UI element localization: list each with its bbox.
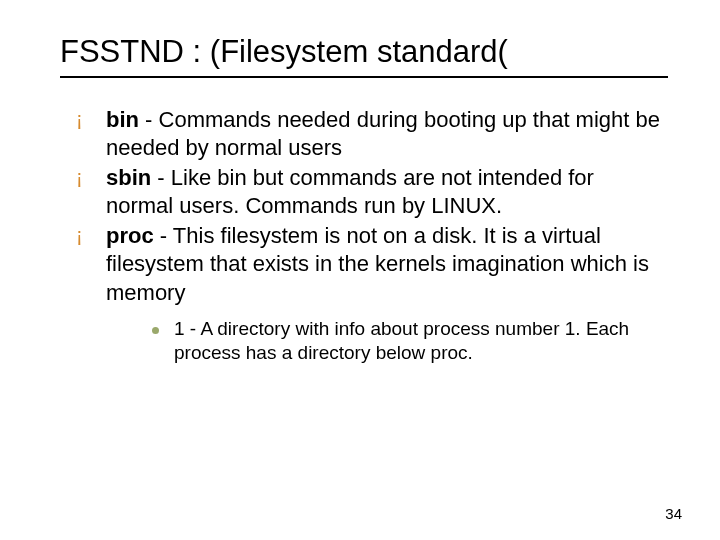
definition: - Commands needed during booting up that… xyxy=(106,107,660,160)
list-item: sbin - Like bin but commands are not int… xyxy=(72,164,660,220)
main-list: bin - Commands needed during booting up … xyxy=(60,106,668,366)
sub-list-item: 1 - A directory with info about process … xyxy=(146,317,660,366)
definition: - Like bin but commands are not intended… xyxy=(106,165,594,218)
term: sbin xyxy=(106,165,151,190)
sub-list: 1 - A directory with info about process … xyxy=(106,317,660,366)
sub-text: 1 - A directory with info about process … xyxy=(174,318,629,364)
title-underline xyxy=(60,76,668,78)
term: bin xyxy=(106,107,139,132)
list-item: bin - Commands needed during booting up … xyxy=(72,106,660,162)
slide: FSSTND : (Filesystem standard( bin - Com… xyxy=(0,0,720,540)
slide-title: FSSTND : (Filesystem standard( xyxy=(60,34,668,70)
page-number: 34 xyxy=(665,505,682,522)
list-item: proc - This filesystem is not on a disk.… xyxy=(72,222,660,366)
definition: - This filesystem is not on a disk. It i… xyxy=(106,223,649,304)
term: proc xyxy=(106,223,154,248)
